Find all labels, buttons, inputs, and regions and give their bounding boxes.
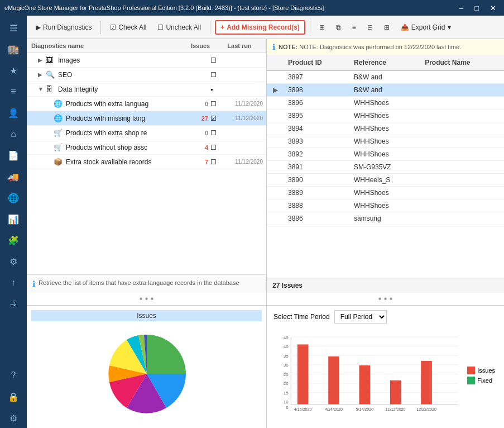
svg-rect-20 xyxy=(328,356,339,405)
tree-item-images[interactable]: ▶ 🖼 Images ☐ xyxy=(27,53,266,68)
svg-text:12/22/2020: 12/22/2020 xyxy=(416,407,436,412)
col-product-name[interactable]: Product Name xyxy=(420,55,504,70)
tree-item-seo[interactable]: ▶ 🔍 SEO ☐ xyxy=(27,68,266,82)
product-id-cell: 3894 xyxy=(284,122,349,135)
table-row[interactable]: 3886samsung xyxy=(267,212,504,225)
reference-cell: WHHShoes xyxy=(349,97,420,110)
svg-rect-26 xyxy=(421,361,432,405)
legend-issues-color xyxy=(467,367,475,374)
row-arrow xyxy=(267,174,284,187)
shop-icon2: 🛒 xyxy=(54,143,64,151)
svg-text:40: 40 xyxy=(284,344,289,349)
tree-item-products-missing-lang[interactable]: 🌐 Products with missing lang 27 ☑ 11/12/… xyxy=(27,111,266,126)
table-row[interactable]: 3892WHHShoes xyxy=(267,148,504,161)
bar-chart: 45 40 35 30 25 20 15 10 xyxy=(273,327,463,424)
col-arrow xyxy=(267,55,284,70)
sidebar-icon-catalog[interactable]: ≡ xyxy=(2,82,25,102)
table-row[interactable]: 3889WHHShoes xyxy=(267,187,504,199)
sidebar-icon-lock[interactable]: 🔒 xyxy=(2,387,25,407)
sidebar-icon-home[interactable]: ⌂ xyxy=(2,124,25,144)
toolbar-btn-5[interactable]: ⊞ xyxy=(380,21,394,34)
table-row[interactable]: 3888WHHShoes xyxy=(267,199,504,212)
table-row[interactable]: 3896WHHShoes xyxy=(267,97,504,110)
uncheck-all-button[interactable]: ☐ Uncheck All xyxy=(153,21,205,34)
uncheck-all-icon: ☐ xyxy=(157,23,164,31)
tree-item-products-extra-lang[interactable]: 🌐 Products with extra languag 0 ☐ 11/12/… xyxy=(27,97,266,111)
reference-cell: WHHeels_S xyxy=(349,174,420,187)
table-row[interactable]: 3893WHHShoes xyxy=(267,135,504,148)
product-name-cell xyxy=(420,135,504,148)
lang-icon: 🌐 xyxy=(54,114,64,122)
seo-icon: 🔍 xyxy=(46,70,56,79)
maximize-button[interactable]: □ xyxy=(471,3,482,13)
row-arrow: ▶ xyxy=(267,84,284,97)
toolbar-btn-1[interactable]: ⊞ xyxy=(315,21,329,34)
svg-text:5/14/2020: 5/14/2020 xyxy=(356,407,374,412)
run-diagnostics-button[interactable]: ▶ Run Diagnostics xyxy=(31,21,96,34)
sidebar-icon-chart[interactable]: 📊 xyxy=(2,209,25,229)
sidebar-icon-puzzle[interactable]: 🧩 xyxy=(2,230,25,250)
tree-item-data-integrity[interactable]: ▼ 🗄 Data Integrity ▪ xyxy=(27,82,266,97)
expand-icon: ▶ xyxy=(38,72,46,78)
time-period-select[interactable]: Full Period Last Month Last Week xyxy=(334,310,387,324)
toolbar-btn-2[interactable]: ⧉ xyxy=(332,21,345,34)
sidebar-icon-sliders[interactable]: ⚙ xyxy=(2,251,25,272)
tree-item-extra-stock[interactable]: 📦 Extra stock available records 7 ☐ 11/1… xyxy=(27,155,266,169)
info-text: Retrieve the list of items that have ext… xyxy=(39,279,239,286)
table-row[interactable]: 3895WHHShoes xyxy=(267,110,504,122)
toolbar-separator-1 xyxy=(100,21,101,34)
legend-issues-label: Issues xyxy=(477,367,495,374)
note-text: NOTE: NOTE: Diagnostics was performed on… xyxy=(279,44,461,50)
table-row[interactable]: 3891SM-G935VZ xyxy=(267,161,504,174)
table-row[interactable]: 3890WHHeels_S xyxy=(267,174,504,187)
sidebar-icon-menu[interactable]: ☰ xyxy=(2,18,25,38)
product-name-cell xyxy=(420,199,504,212)
minimize-button[interactable]: – xyxy=(456,3,467,13)
sidebar-icon-sync[interactable]: ↑ xyxy=(2,273,25,293)
toolbar-btn-3[interactable]: ≡ xyxy=(348,21,361,34)
product-id-cell: 3891 xyxy=(284,161,349,174)
table-row[interactable]: 3897B&W and xyxy=(267,70,504,84)
tree-header: Diagnostics name Issues Last run xyxy=(27,39,266,53)
tree-item-products-extra-shop[interactable]: 🛒 Products with extra shop re 0 ☐ xyxy=(27,126,266,140)
svg-text:4/15/2020: 4/15/2020 xyxy=(294,407,312,412)
expand-icon: ▼ xyxy=(38,86,46,92)
sidebar-icon-settings[interactable]: ⚙ xyxy=(2,408,25,428)
product-name-cell xyxy=(420,110,504,122)
toolbar: ▶ Run Diagnostics ☑ Check All ☐ Uncheck … xyxy=(27,16,504,39)
product-name-cell xyxy=(420,174,504,187)
sidebar-icon-users[interactable]: 👤 xyxy=(2,103,25,123)
check-all-button[interactable]: ☑ Check All xyxy=(105,21,151,34)
note-bar: ℹ NOTE: NOTE: Diagnostics was performed … xyxy=(267,39,504,55)
toolbar-btn-4[interactable]: ⊟ xyxy=(363,21,377,34)
table-row[interactable]: ▶3898B&W and xyxy=(267,84,504,97)
table-row[interactable]: 3894WHHShoes xyxy=(267,122,504,135)
sidebar-icon-store[interactable]: 🏬 xyxy=(2,39,25,59)
row-arrow xyxy=(267,122,284,135)
product-name-cell xyxy=(420,70,504,84)
sidebar-icon-print[interactable]: 🖨 xyxy=(2,294,25,314)
legend-fixed-color xyxy=(467,377,475,384)
sidebar-icon-globe[interactable]: 🌐 xyxy=(2,188,25,208)
tree-item-products-without-shop[interactable]: 🛒 Products without shop assc 4 ☐ xyxy=(27,140,266,155)
sidebar: ☰ 🏬 ★ ≡ 👤 ⌂ 📄 🚚 🌐 📊 🧩 ⚙ ↑ 🖨 ? 🔒 ⚙ xyxy=(0,16,27,428)
col-reference[interactable]: Reference xyxy=(349,55,420,70)
check-all-icon: ☑ xyxy=(110,23,116,31)
export-grid-button[interactable]: 📤 Export Grid ▾ xyxy=(396,21,455,34)
sidebar-icon-shipping[interactable]: 🚚 xyxy=(2,167,25,187)
sidebar-icon-star[interactable]: ★ xyxy=(2,60,25,80)
products-table: Product ID Reference Product Name 3897B&… xyxy=(267,55,504,225)
row-arrow xyxy=(267,199,284,212)
add-missing-records-button[interactable]: + Add Missing Record(s) xyxy=(215,20,305,35)
legend-issues: Issues xyxy=(467,367,495,374)
reference-cell: WHHShoes xyxy=(349,110,420,122)
overflow-dots-left: • • • xyxy=(27,293,266,305)
col-product-id[interactable]: Product ID xyxy=(284,55,349,70)
sidebar-icon-help[interactable]: ? xyxy=(2,365,25,386)
data-grid[interactable]: Product ID Reference Product Name 3897B&… xyxy=(267,55,504,278)
product-id-cell: 3892 xyxy=(284,148,349,161)
sidebar-icon-orders[interactable]: 📄 xyxy=(2,145,25,165)
close-button[interactable]: ✕ xyxy=(487,3,500,13)
reference-cell: B&W and xyxy=(349,70,420,84)
row-arrow xyxy=(267,135,284,148)
